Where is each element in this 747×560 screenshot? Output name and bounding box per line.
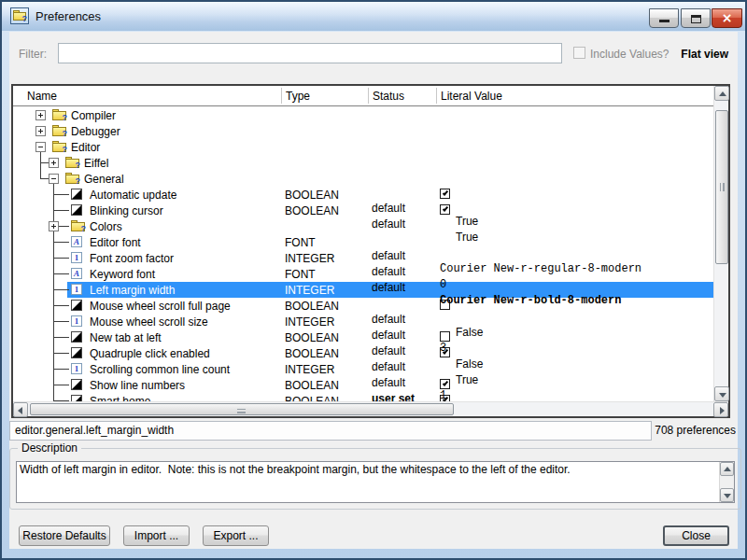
row-label: New tab at left [90,331,162,344]
description-scrollbar[interactable] [719,462,734,502]
tree-line [53,210,69,211]
tree-line [53,353,69,354]
type-cell: BOOLEAN [285,395,713,401]
table-row[interactable]: ?Compiler [13,107,713,123]
row-label: Scrolling common line count [90,363,230,376]
folder-icon: ? [52,125,67,137]
table-row[interactable]: New tab at leftBOOLEANdefaultFalse [13,329,713,345]
folder-icon: ? [52,141,67,153]
selected-preference-path: editor.general.left_margin_width [9,421,652,441]
collapse-minus-toggle[interactable] [35,142,46,152]
expand-plus-toggle[interactable] [35,110,46,120]
arrow-down-icon [719,393,726,398]
preferences-table: Name Type Status Literal Value ?Compiler… [11,84,730,418]
font-icon: A [71,236,82,247]
include-values-checkbox[interactable] [573,47,585,59]
table-row[interactable]: Automatic updateBOOLEANdefaultTrue [13,187,713,203]
close-window-button[interactable]: × [712,8,742,28]
status-cell: default [372,217,713,231]
import-button[interactable]: Import ... [123,525,190,546]
type-cell: BOOLEAN [285,379,713,392]
boolean-icon [71,395,82,401]
horizontal-scroll-thumb[interactable] [30,403,454,415]
tree-line [53,273,69,274]
row-label: Debugger [71,125,120,138]
tree-line [53,194,69,195]
table-row[interactable]: Smart homeBOOLEANdefaultTrue [13,393,713,401]
row-label: Left margin width [90,284,175,297]
description-scroll-down-button[interactable] [720,488,734,502]
row-label: Eiffel [84,157,108,170]
type-cell: INTEGER [285,284,713,297]
expand-plus-toggle[interactable] [49,158,59,168]
table-row[interactable]: AEditor fontFONTdefaultCourier New-r-reg… [13,234,713,250]
vertical-scrollbar[interactable] [713,86,728,401]
tree-line [53,385,69,385]
minimize-button[interactable] [649,8,679,28]
table-row[interactable]: ?Editor [13,139,713,155]
arrow-right-icon [720,407,725,414]
tree-line [53,258,69,259]
arrow-left-icon [18,407,22,414]
restore-defaults-button[interactable]: Restore Defaults [19,525,110,546]
filter-input[interactable] [58,43,562,63]
integer-icon: 1 [71,315,82,327]
table-row[interactable]: ?Eiffel [13,155,713,171]
type-cell: BOOLEAN [285,347,713,360]
type-cell: FONT [285,268,713,281]
row-label: Editor [71,141,100,154]
preferences-window: ? Preferences × Filter: Include Values? … [0,0,747,560]
row-label: Quadruple click enabled [90,347,210,360]
include-values-label: Include Values? [590,48,669,61]
window-title: Preferences [35,9,101,23]
row-label: Editor font [90,236,141,249]
folder-icon: ? [65,157,80,169]
tree-line [53,337,69,338]
scroll-down-button[interactable] [714,386,729,401]
row-label: Automatic update [90,189,176,202]
table-row[interactable]: 1Left margin widthINTEGERdefault8 [13,282,713,298]
app-icon: ? [10,7,29,24]
row-label: Font zoom factor [90,252,174,265]
minimize-icon [659,20,669,22]
table-row[interactable]: ?General [13,171,713,187]
close-button[interactable]: Close [663,525,729,546]
table-row[interactable]: AKeyword fontFONTdefaultCourier New-r-bo… [13,266,713,282]
filter-label: Filter: [19,48,47,61]
type-cell: INTEGER [285,315,713,329]
table-row[interactable]: Mouse wheel scroll full pageBOOLEANdefau… [13,298,713,314]
scroll-up-button[interactable] [714,86,729,101]
horizontal-scrollbar[interactable] [13,401,728,416]
expand-plus-toggle[interactable] [49,221,59,231]
scroll-right-button[interactable] [713,402,728,417]
table-row[interactable]: Show line numbersBOOLEANuser setTrue [13,377,713,393]
type-cell: BOOLEAN [285,300,713,313]
type-cell: INTEGER [285,252,713,265]
boolean-icon [71,189,82,200]
boolean-icon [71,347,82,358]
font-icon: A [71,268,82,279]
table-row[interactable]: 1Font zoom factorINTEGERdefault0 [13,250,713,266]
row-label: Mouse wheel scroll size [90,315,208,329]
collapse-minus-toggle[interactable] [49,174,59,184]
flat-view-toggle[interactable]: Flat view [681,48,728,61]
table-row[interactable]: 1Scrolling common line countINTEGERdefau… [13,361,713,377]
table-row[interactable]: Blinking cursorBOOLEANdefaultTrue [13,203,713,218]
expand-plus-toggle[interactable] [35,126,46,136]
type-cell: FONT [285,236,713,249]
export-button[interactable]: Export ... [203,525,269,546]
maximize-button[interactable] [681,8,711,28]
description-group: Description Width of left margin in edit… [9,448,741,510]
tree-line [40,178,49,179]
description-scroll-up-button[interactable] [720,462,734,476]
table-row[interactable]: Quadruple click enabledBOOLEANdefaultTru… [13,345,713,361]
table-row[interactable]: ?Debugger [13,123,713,139]
arrow-down-icon [724,494,731,498]
type-cell: INTEGER [285,363,713,376]
scroll-left-button[interactable] [13,402,28,417]
description-text: Width of left margin in editor. Note: th… [20,463,715,477]
vertical-scroll-thumb[interactable] [715,110,728,264]
maximize-icon [691,15,701,23]
titlebar[interactable]: ? Preferences × [2,2,745,31]
table-row[interactable]: 1Mouse wheel scroll sizeINTEGERdefault3 [13,314,713,329]
